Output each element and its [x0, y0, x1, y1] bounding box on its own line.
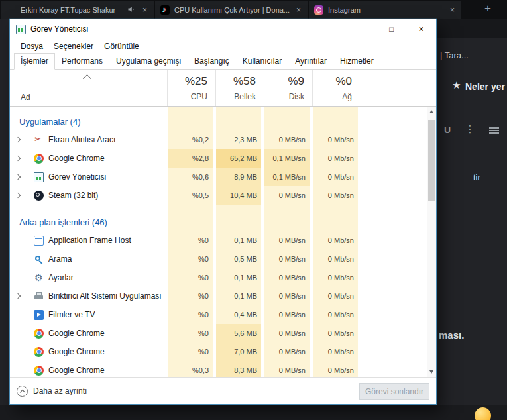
usage-cell: 0 Mb/sn: [313, 305, 358, 324]
tab-startup[interactable]: Başlangıç: [188, 53, 236, 69]
star-icon[interactable]: ★: [452, 79, 461, 91]
window-title: Görev Yöneticisi: [30, 25, 88, 34]
process-name-label: Google Chrome: [48, 154, 105, 163]
browser-tab-instagram[interactable]: Instagram ×: [309, 1, 461, 19]
tab-details[interactable]: Ayrıntılar: [288, 53, 333, 69]
usage-cell: 0,1 MB/sn: [264, 168, 310, 186]
column-header-name[interactable]: Ad: [21, 93, 30, 102]
chrome-icon: [34, 366, 44, 376]
title-bar[interactable]: Görev Yöneticisi — □ ×: [10, 19, 436, 39]
usage-cell: 0 Mb/sn: [313, 268, 358, 287]
process-name-label: Google Chrome: [48, 366, 105, 375]
instagram-favicon: [314, 5, 323, 15]
disk-label: Disk: [289, 92, 304, 101]
usage-cell: %0: [168, 305, 213, 324]
usage-cell: [313, 213, 358, 231]
process-name-label: Biriktirici Alt Sistemi Uygulaması: [48, 291, 162, 301]
audio-playing-icon[interactable]: [127, 4, 135, 16]
usage-cell: 8,9 MB: [216, 168, 261, 186]
footer-bar: Daha az ayrıntı Görevi sonlandır: [10, 377, 436, 404]
usage-cell: 0 Mb/sn: [313, 186, 358, 205]
usage-cell: %0: [168, 342, 213, 361]
process-row[interactable]: %00,4 MB0 MB/sn0 Mb/snFilmler ve TV: [10, 305, 427, 324]
network-label: Ağ: [342, 92, 352, 101]
usage-cell: [168, 213, 213, 231]
column-header-disk[interactable]: %9 Disk: [264, 70, 309, 106]
scroll-up-icon[interactable]: [429, 110, 433, 113]
usage-cell: %0,3: [168, 361, 213, 377]
process-row[interactable]: %07,0 MB0 MB/sn0 Mb/snGoogle Chrome: [10, 342, 427, 361]
usage-cell: [264, 112, 310, 131]
close-tab-icon[interactable]: ×: [295, 6, 302, 14]
usage-cell: 0 Mb/sn: [313, 250, 358, 268]
usage-cell: %2,8: [168, 149, 213, 168]
tab-app-history[interactable]: Uygulama geçmişi: [109, 53, 188, 69]
usage-cell: [216, 205, 261, 213]
close-tab-icon[interactable]: ×: [141, 6, 148, 14]
task-manager-icon: [16, 25, 26, 34]
process-list: Uygulamalar (4)%0,22,3 MB0 MB/sn0 Mb/snE…: [10, 107, 436, 377]
process-name-label: Steam (32 bit): [48, 191, 98, 200]
menu-view[interactable]: Görüntüle: [99, 42, 144, 51]
usage-cell: 0 Mb/sn: [313, 342, 358, 361]
tab-users[interactable]: Kullanıcılar: [236, 53, 288, 69]
column-header-cpu[interactable]: %25 CPU: [167, 70, 212, 106]
column-header-memory[interactable]: %58 Bellek: [215, 70, 260, 106]
new-tab-button[interactable]: +: [480, 0, 495, 19]
process-row[interactable]: %00,1 MB0 MB/sn0 Mb/snAyarlar: [10, 268, 427, 287]
process-row[interactable]: %00,1 MB0 MB/sn0 Mb/snBiriktirici Alt Si…: [10, 287, 427, 305]
group-header-row[interactable]: Arka plan işlemleri (46): [10, 213, 427, 231]
usage-cell: 0 Mb/sn: [313, 324, 358, 342]
tab-services[interactable]: Hizmetler: [333, 53, 380, 69]
scrollbar[interactable]: [427, 107, 436, 377]
fewer-details-toggle[interactable]: Daha az ayrıntı: [17, 386, 87, 397]
process-row[interactable]: %0,68,9 MB0,1 MB/sn0 Mb/snGörev Yönetici…: [10, 168, 427, 186]
chrome-icon: [34, 347, 44, 357]
kebab-menu-icon[interactable]: ⋮: [465, 123, 475, 135]
process-row[interactable]: %0,38,3 MB0 MB/sn0 Mb/snGoogle Chrome: [10, 361, 427, 377]
close-button[interactable]: ×: [406, 19, 436, 39]
group-header-row[interactable]: Uygulamalar (4): [10, 112, 427, 131]
usage-cell: 0 MB/sn: [264, 268, 310, 287]
process-row[interactable]: %00,5 MB0 MB/sn0 Mb/snArama: [10, 250, 427, 268]
nav-link-fragment[interactable]: Neler yer: [465, 81, 505, 92]
usage-cell: [168, 107, 213, 112]
scroll-down-icon[interactable]: [429, 370, 433, 374]
tab-processes[interactable]: İşlemler: [14, 53, 55, 70]
browser-tab-tiktok[interactable]: CPU Kullanımı Çok Artıyor | Dona... ×: [155, 1, 308, 19]
task-manager-window: Görev Yöneticisi — □ × Dosya Seçenekler …: [9, 19, 437, 405]
usage-cell: 0,5 MB: [216, 250, 261, 268]
usage-cell: 0 MB/sn: [264, 231, 310, 250]
process-name: Filmler ve TV: [10, 305, 166, 324]
menu-file[interactable]: Dosya: [15, 42, 48, 51]
close-tab-icon[interactable]: ×: [449, 6, 456, 14]
page-title-fragment: | Tara...: [440, 50, 469, 60]
usage-cell: [168, 112, 213, 131]
process-name: Google Chrome: [10, 342, 166, 361]
app-frame-icon: [34, 236, 44, 246]
fewer-details-label: Daha az ayrıntı: [33, 386, 87, 395]
process-row[interactable]: %00,1 MB0 MB/sn0 Mb/snApplication Frame …: [10, 231, 427, 250]
process-row[interactable]: %2,865,2 MB0,1 MB/sn0 Mb/snGoogle Chrome: [10, 149, 427, 168]
underline-button[interactable]: U: [444, 125, 451, 135]
usage-cell: 0 Mb/sn: [313, 231, 358, 250]
menu-options[interactable]: Seçenekler: [48, 42, 99, 51]
process-row[interactable]: %0,22,3 MB0 MB/sn0 Mb/snEkran Alıntısı A…: [10, 131, 427, 149]
scrollbar-thumb[interactable]: [428, 120, 435, 201]
process-row[interactable]: %05,6 MB0 MB/sn0 Mb/snGoogle Chrome: [10, 324, 427, 342]
usage-cell: 0 MB/sn: [264, 305, 310, 324]
process-row[interactable]: %0,510,4 MB0 MB/sn0 Mb/snSteam (32 bit): [10, 186, 427, 205]
column-header-network[interactable]: %0 Ağ: [312, 70, 357, 106]
sort-ascending-icon: [83, 74, 91, 83]
page-bottom-strip: [0, 405, 507, 420]
usage-cell: [216, 213, 261, 231]
end-task-button[interactable]: Görevi sonlandır: [359, 383, 429, 400]
list-button-icon[interactable]: [489, 127, 499, 134]
browser-tab-music[interactable]: Erkin Koray FT.Tupac Shakur ×: [1, 1, 154, 19]
maximize-button[interactable]: □: [376, 19, 406, 39]
minimize-button[interactable]: —: [347, 19, 376, 39]
process-name: Steam (32 bit): [10, 186, 166, 205]
usage-cell: 0 MB/sn: [264, 131, 310, 149]
process-name-label: Görev Yöneticisi: [48, 172, 106, 182]
tab-performance[interactable]: Performans: [55, 53, 109, 69]
